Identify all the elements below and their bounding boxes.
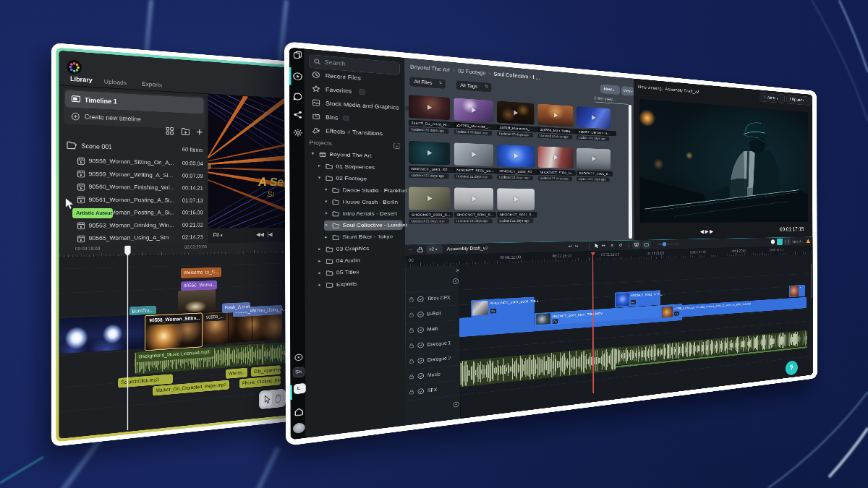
svg-text:Sı: Sı	[268, 189, 275, 199]
svg-text:A Se: A Se	[258, 174, 284, 189]
